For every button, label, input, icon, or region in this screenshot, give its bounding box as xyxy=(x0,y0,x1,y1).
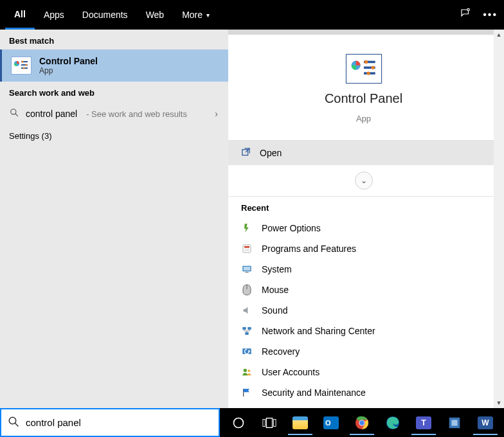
chevron-down-icon: ⌄ xyxy=(361,176,367,185)
open-action[interactable]: Open xyxy=(228,141,499,165)
taskbar-outlook[interactable]: O xyxy=(316,410,346,436)
taskview-icon xyxy=(260,414,278,432)
search-icon xyxy=(8,416,19,430)
best-match-label: Best match xyxy=(0,30,228,49)
recent-item-security[interactable]: Security and Maintenance xyxy=(241,382,486,403)
svg-point-17 xyxy=(371,66,374,69)
recent-item-label: System xyxy=(262,264,292,274)
outlook-icon: O xyxy=(322,414,340,432)
taskbar-visual-studio[interactable] xyxy=(440,410,469,436)
results-column: Best match Control Panel App Search work… xyxy=(0,30,228,408)
search-input[interactable] xyxy=(26,417,212,428)
bottom-bar: O T W xyxy=(0,408,504,437)
options-icon[interactable]: ••• xyxy=(483,9,498,21)
svg-point-0 xyxy=(467,8,469,10)
header-right-controls: ••• xyxy=(460,0,498,30)
tab-apps[interactable]: Apps xyxy=(35,0,73,30)
recent-item-mouse[interactable]: Mouse xyxy=(241,280,486,300)
svg-rect-36 xyxy=(263,419,266,426)
svg-point-32 xyxy=(248,370,250,372)
taskbar-taskview[interactable] xyxy=(255,410,284,436)
expand-section: ⌄ xyxy=(228,165,499,197)
teams-icon: T xyxy=(415,414,433,432)
tab-all-label: All xyxy=(14,9,26,19)
taskbar-cortana[interactable] xyxy=(224,410,253,436)
tab-web[interactable]: Web xyxy=(137,0,174,30)
tab-documents-label: Documents xyxy=(82,10,128,20)
network-icon xyxy=(241,325,253,337)
detail-subtitle: App xyxy=(356,114,371,123)
svg-point-9 xyxy=(11,109,16,114)
recent-item-label: User Accounts xyxy=(262,367,320,377)
scrollbar[interactable]: ▲ ▼ xyxy=(494,30,504,408)
best-match-result[interactable]: Control Panel App xyxy=(0,49,228,82)
svg-point-16 xyxy=(364,60,367,64)
settings-group-label: Settings (3) xyxy=(9,131,51,141)
tab-apps-label: Apps xyxy=(44,10,64,20)
svg-point-33 xyxy=(9,417,16,424)
user-accounts-icon xyxy=(241,366,253,378)
svg-point-41 xyxy=(359,420,364,425)
svg-point-7 xyxy=(26,64,28,66)
search-filter-header: All Apps Documents Web More▾ ••• xyxy=(0,0,504,30)
svg-rect-22 xyxy=(244,249,249,251)
word-icon: W xyxy=(476,414,494,432)
recent-item-user-accounts[interactable]: User Accounts xyxy=(241,362,486,382)
taskbar-file-explorer[interactable] xyxy=(285,410,315,436)
recent-item-sound[interactable]: Sound xyxy=(241,300,486,321)
recent-item-label: Security and Maintenance xyxy=(262,388,366,398)
expand-button[interactable]: ⌄ xyxy=(355,172,373,190)
search-box[interactable] xyxy=(0,408,220,437)
power-options-icon xyxy=(241,222,253,234)
recent-item-label: Sound xyxy=(262,305,287,316)
scroll-down-arrow[interactable]: ▼ xyxy=(494,398,504,408)
recent-item-recovery[interactable]: Recovery xyxy=(241,341,486,362)
best-match-title: Control Panel xyxy=(39,56,98,66)
svg-rect-27 xyxy=(242,327,246,330)
web-search-query: control panel xyxy=(26,109,77,119)
tab-more[interactable]: More▾ xyxy=(173,0,219,30)
recent-label: Recent xyxy=(241,199,486,218)
feedback-icon[interactable] xyxy=(460,8,471,22)
open-label: Open xyxy=(260,148,282,158)
svg-rect-38 xyxy=(273,419,276,426)
svg-rect-25 xyxy=(245,272,248,272)
visual-studio-icon xyxy=(446,414,464,432)
svg-rect-24 xyxy=(244,267,251,271)
recent-item-label: Power Options xyxy=(262,223,321,233)
recent-item-programs[interactable]: Programs and Features xyxy=(241,238,486,259)
taskbar-teams[interactable]: T xyxy=(409,410,438,436)
recent-item-network[interactable]: Network and Sharing Center xyxy=(241,321,486,341)
chevron-right-icon: › xyxy=(215,109,218,119)
svg-line-34 xyxy=(15,423,18,426)
web-search-suffix: - See work and web results xyxy=(86,109,187,119)
taskbar-word[interactable]: W xyxy=(471,410,500,436)
open-icon xyxy=(241,147,251,159)
recent-panel: Recent Power Options Programs and Featur… xyxy=(228,197,499,412)
svg-rect-28 xyxy=(248,327,251,330)
search-icon xyxy=(9,108,19,120)
recent-item-power-options[interactable]: Power Options xyxy=(241,218,486,238)
detail-hero: Control Panel App xyxy=(228,35,499,141)
recent-item-system[interactable]: System xyxy=(241,259,486,280)
settings-group[interactable]: Settings (3) xyxy=(0,126,228,146)
taskbar-chrome[interactable] xyxy=(347,410,377,436)
detail-title: Control Panel xyxy=(325,91,402,106)
chrome-icon xyxy=(353,414,371,432)
svg-rect-29 xyxy=(245,332,248,335)
recent-item-label: Network and Sharing Center xyxy=(262,326,375,336)
scroll-up-arrow[interactable]: ▲ xyxy=(494,30,504,40)
sound-icon xyxy=(241,305,253,316)
svg-rect-44 xyxy=(451,420,457,425)
best-match-subtitle: App xyxy=(39,66,98,75)
web-search-result[interactable]: control panel - See work and web results… xyxy=(0,102,228,126)
control-panel-icon xyxy=(11,57,32,75)
tab-all[interactable]: All xyxy=(5,0,35,30)
svg-point-35 xyxy=(234,418,244,427)
taskbar-edge[interactable] xyxy=(378,410,408,436)
svg-point-8 xyxy=(23,67,25,69)
recent-item-label: Programs and Features xyxy=(262,244,356,254)
svg-rect-21 xyxy=(244,246,249,248)
tab-documents[interactable]: Documents xyxy=(73,0,137,30)
taskbar: O T W xyxy=(220,408,504,437)
